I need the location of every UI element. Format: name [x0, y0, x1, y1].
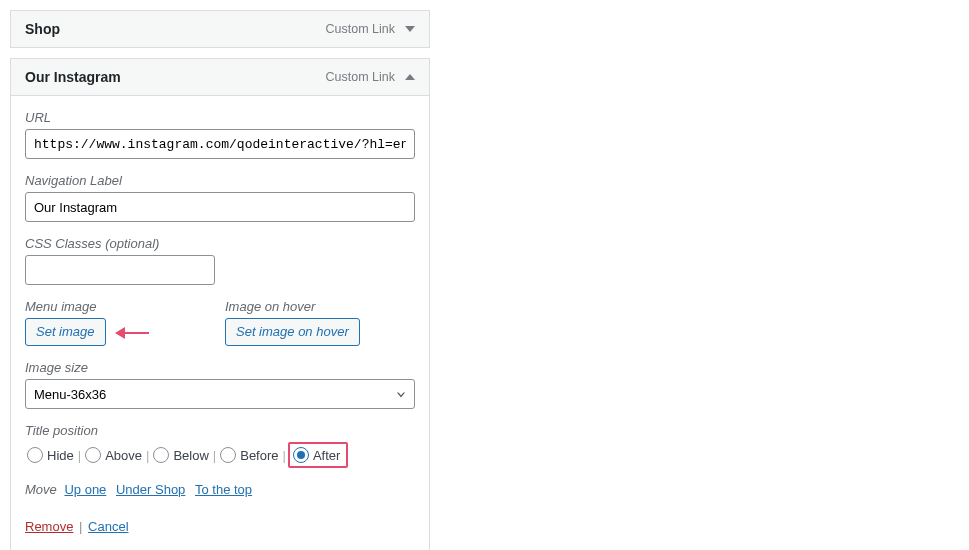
move-under-shop-link[interactable]: Under Shop — [116, 482, 185, 497]
radio-label: Hide — [47, 448, 74, 463]
set-image-button[interactable]: Set image — [25, 318, 106, 346]
menu-item-header-instagram[interactable]: Our Instagram Custom Link — [11, 59, 429, 96]
url-input[interactable] — [25, 129, 415, 159]
css-classes-block: CSS Classes (optional) — [25, 236, 415, 285]
annotation-highlight: After — [288, 442, 348, 468]
remove-link[interactable]: Remove — [25, 519, 73, 534]
radio-icon — [220, 447, 236, 463]
image-size-label: Image size — [25, 360, 415, 375]
nav-label-block: Navigation Label — [25, 173, 415, 222]
menu-item-shop: Shop Custom Link — [10, 10, 430, 48]
title-pos-before[interactable]: Before — [218, 445, 280, 465]
title-pos-below[interactable]: Below — [151, 445, 210, 465]
image-size-select[interactable]: Menu-36x36 — [25, 379, 415, 409]
image-size-block: Image size Menu-36x36 — [25, 360, 415, 409]
menu-image-block: Menu image Set image — [25, 299, 225, 346]
cancel-link[interactable]: Cancel — [88, 519, 128, 534]
arrow-left-icon — [115, 326, 151, 340]
move-label: Move — [25, 482, 57, 497]
menu-item-instagram: Our Instagram Custom Link URL Navigation… — [10, 58, 430, 550]
radio-icon — [153, 447, 169, 463]
menu-image-label: Menu image — [25, 299, 225, 314]
chevron-down-icon — [405, 26, 415, 32]
title-position-block: Title position Hide | Above | Below | — [25, 423, 415, 468]
url-label: URL — [25, 110, 415, 125]
radio-checked-icon — [293, 447, 309, 463]
radio-label: Below — [173, 448, 208, 463]
title-pos-hide[interactable]: Hide — [25, 445, 76, 465]
hover-image-block: Image on hover Set image on hover — [225, 299, 425, 346]
title-position-label: Title position — [25, 423, 415, 438]
move-to-top-link[interactable]: To the top — [195, 482, 252, 497]
menu-item-header-shop[interactable]: Shop Custom Link — [11, 11, 429, 47]
url-field-block: URL — [25, 110, 415, 159]
title-pos-after[interactable]: After — [291, 445, 342, 465]
menu-item-title: Our Instagram — [25, 69, 121, 85]
menu-item-body: URL Navigation Label CSS Classes (option… — [11, 96, 429, 550]
radio-icon — [85, 447, 101, 463]
set-hover-image-button[interactable]: Set image on hover — [225, 318, 360, 346]
menu-item-title: Shop — [25, 21, 60, 37]
css-classes-input[interactable] — [25, 255, 215, 285]
radio-label: Above — [105, 448, 142, 463]
radio-label: After — [313, 448, 340, 463]
nav-label-input[interactable] — [25, 192, 415, 222]
chevron-up-icon — [405, 74, 415, 80]
hover-image-label: Image on hover — [225, 299, 425, 314]
radio-icon — [27, 447, 43, 463]
move-row: Move Up one Under Shop To the top — [25, 482, 415, 497]
title-pos-above[interactable]: Above — [83, 445, 144, 465]
action-row: Remove | Cancel — [25, 519, 415, 534]
nav-label: Navigation Label — [25, 173, 415, 188]
menu-item-type: Custom Link — [326, 22, 395, 36]
move-up-one-link[interactable]: Up one — [64, 482, 106, 497]
menu-item-type: Custom Link — [326, 70, 395, 84]
css-classes-label: CSS Classes (optional) — [25, 236, 415, 251]
radio-label: Before — [240, 448, 278, 463]
